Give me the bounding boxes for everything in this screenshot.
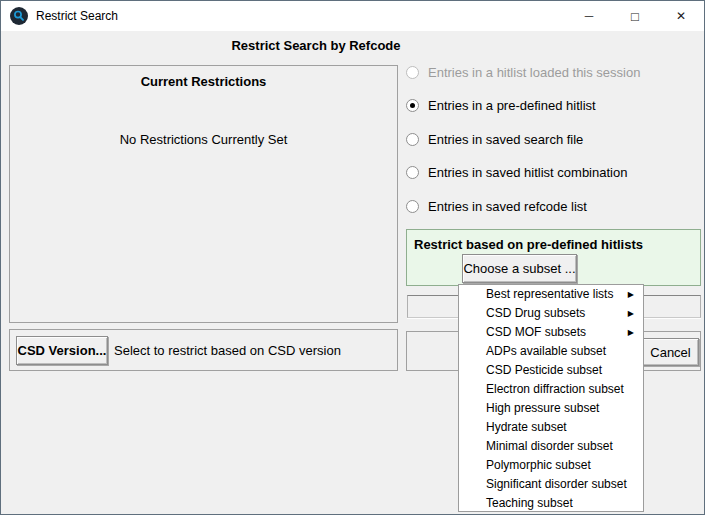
radio-predefined-hitlist[interactable]: Entries in a pre-defined hitlist <box>406 97 596 113</box>
radio-circle-icon[interactable] <box>406 166 419 179</box>
radio-saved-hitlist-combination[interactable]: Entries in saved hitlist combination <box>406 164 627 180</box>
menu-item-csd-pesticide-subset[interactable]: CSD Pesticide subset <box>459 361 643 380</box>
window-title: Restrict Search <box>36 9 566 23</box>
app-search-icon <box>10 7 28 25</box>
menu-item-hydrate-subset[interactable]: Hydrate subset <box>459 418 643 437</box>
submenu-arrow-icon: ▶ <box>628 323 634 342</box>
cancel-button[interactable]: Cancel <box>642 338 699 366</box>
maximize-button[interactable]: □ <box>612 1 658 31</box>
radio-circle-icon[interactable] <box>406 99 419 112</box>
menu-item-significant-disorder-subset[interactable]: Significant disorder subset <box>459 475 643 494</box>
menu-item-high-pressure-subset[interactable]: High pressure subset <box>459 399 643 418</box>
restrict-search-dialog: Restrict Search ─ □ ✕ Restrict Search by… <box>0 0 705 515</box>
minimize-button[interactable]: ─ <box>566 1 612 31</box>
radio-circle-icon[interactable] <box>406 200 419 213</box>
radio-saved-refcode-list[interactable]: Entries in saved refcode list <box>406 198 587 214</box>
subset-popup-menu: Best representative lists ▶ CSD Drug sub… <box>458 284 644 512</box>
menu-item-minimal-disorder-subset[interactable]: Minimal disorder subset <box>459 437 643 456</box>
no-restrictions-message: No Restrictions Currently Set <box>10 132 397 147</box>
menu-item-csd-mof-subsets[interactable]: CSD MOF subsets ▶ <box>459 323 643 342</box>
menu-item-csd-drug-subsets[interactable]: CSD Drug subsets ▶ <box>459 304 643 323</box>
close-button[interactable]: ✕ <box>658 1 704 31</box>
radio-saved-search-file[interactable]: Entries in saved search file <box>406 131 583 147</box>
submenu-arrow-icon: ▶ <box>628 304 634 323</box>
dialog-heading: Restrict Search by Refcode <box>1 38 631 53</box>
predefined-hitlists-panel: Restrict based on pre-defined hitlists C… <box>406 229 701 286</box>
csd-version-panel: CSD Version... Select to restrict based … <box>9 329 398 371</box>
predefined-hitlists-title: Restrict based on pre-defined hitlists <box>414 237 643 252</box>
menu-item-polymorphic-subset[interactable]: Polymorphic subset <box>459 456 643 475</box>
menu-item-teaching-subset[interactable]: Teaching subset <box>459 494 643 513</box>
titlebar: Restrict Search ─ □ ✕ <box>1 1 704 31</box>
menu-item-adps-available-subset[interactable]: ADPs available subset <box>459 342 643 361</box>
submenu-arrow-icon: ▶ <box>628 285 634 304</box>
current-restrictions-panel: Current Restrictions No Restrictions Cur… <box>9 65 398 323</box>
radio-circle-icon[interactable] <box>406 133 419 146</box>
radio-circle-icon <box>406 66 419 79</box>
current-restrictions-title: Current Restrictions <box>10 74 397 89</box>
csd-version-description: Select to restrict based on CSD version <box>114 343 341 358</box>
menu-item-electron-diffraction-subset[interactable]: Electron diffraction subset <box>459 380 643 399</box>
choose-subset-button[interactable]: Choose a subset ... <box>462 254 577 283</box>
menu-item-best-representative-lists[interactable]: Best representative lists ▶ <box>459 285 643 304</box>
radio-hitlist-loaded-session: Entries in a hitlist loaded this session <box>406 64 640 80</box>
csd-version-button[interactable]: CSD Version... <box>16 336 108 365</box>
